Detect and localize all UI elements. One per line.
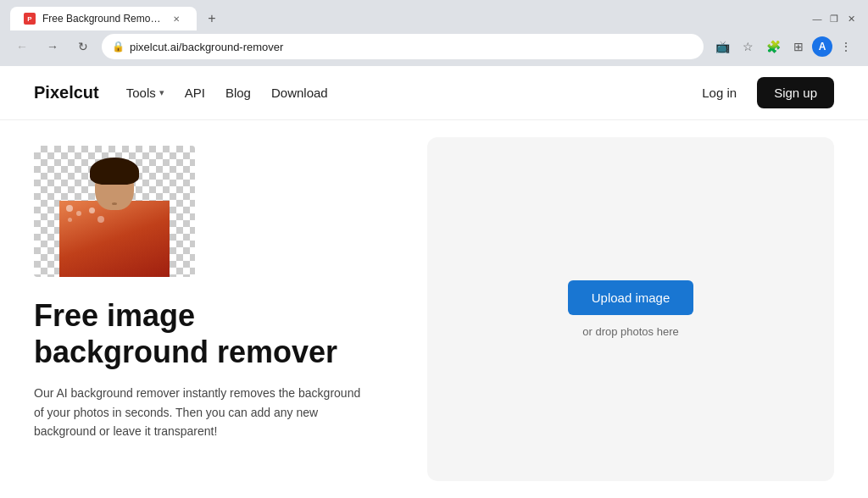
person-body: [59, 201, 170, 277]
upload-area[interactable]: Upload image or drop photos here: [427, 137, 834, 481]
tab-close-button[interactable]: ✕: [170, 12, 183, 25]
person-head: [95, 163, 134, 210]
page-content: Pixelcut Tools ▾ API Blog Download Log i…: [0, 66, 868, 498]
forward-button[interactable]: →: [41, 35, 64, 58]
browser-chrome: P Free Background Remover: Re… ✕ + — ❐ ✕…: [0, 0, 868, 66]
cast-button[interactable]: 📺: [710, 35, 734, 58]
tools-chevron-icon: ▾: [159, 87, 164, 98]
site-header: Pixelcut Tools ▾ API Blog Download Log i…: [0, 66, 868, 120]
toolbar-icons: 📺 ☆ 🧩 ⊞ A ⋮: [710, 35, 858, 58]
main-heading: Free image background remover: [34, 297, 393, 370]
right-column: Upload image or drop photos here: [427, 120, 834, 498]
person-hair: [90, 158, 139, 185]
signup-button[interactable]: Sign up: [757, 77, 834, 108]
upload-image-button[interactable]: Upload image: [568, 280, 694, 315]
nav-tools[interactable]: Tools ▾: [126, 86, 164, 100]
hero-image: [34, 146, 195, 277]
header-actions: Log in Sign up: [692, 77, 834, 108]
tab-title: Free Background Remover: Re…: [42, 13, 163, 25]
site-logo[interactable]: Pixelcut: [34, 83, 99, 102]
maximize-button[interactable]: ❐: [827, 12, 841, 25]
nav-download[interactable]: Download: [271, 86, 328, 100]
address-bar-row: ← → ↻ 🔒 pixelcut.ai/background-remover 📺…: [0, 30, 868, 66]
tab-favicon: P: [24, 13, 36, 25]
login-button[interactable]: Log in: [692, 79, 747, 107]
address-bar[interactable]: 🔒 pixelcut.ai/background-remover: [102, 34, 704, 59]
drop-text: or drop photos here: [582, 325, 678, 338]
close-button[interactable]: ✕: [844, 12, 858, 25]
window-controls: — ❐ ✕: [810, 12, 858, 25]
left-column: Free image background remover Our AI bac…: [34, 120, 393, 498]
tab-bar: P Free Background Remover: Re… ✕ +: [10, 7, 224, 30]
bookmark-button[interactable]: ☆: [736, 35, 760, 58]
url-text: pixelcut.ai/background-remover: [130, 41, 693, 53]
history-button[interactable]: ⊞: [787, 35, 810, 58]
nav-blog[interactable]: Blog: [225, 86, 251, 100]
hero-subtext: Our AI background remover instantly remo…: [34, 384, 373, 440]
active-tab[interactable]: P Free Background Remover: Re… ✕: [10, 7, 197, 30]
main-nav: Tools ▾ API Blog Download: [126, 86, 693, 100]
new-tab-button[interactable]: +: [200, 7, 224, 30]
main-content: Free image background remover Our AI bac…: [0, 120, 868, 498]
menu-button[interactable]: ⋮: [834, 35, 858, 58]
security-icon: 🔒: [112, 41, 125, 53]
person-image: [59, 154, 170, 277]
nav-api[interactable]: API: [185, 86, 205, 100]
minimize-button[interactable]: —: [810, 12, 824, 25]
reload-button[interactable]: ↻: [71, 35, 95, 58]
title-bar: P Free Background Remover: Re… ✕ + — ❐ ✕: [0, 0, 868, 30]
profile-icon[interactable]: A: [812, 36, 832, 57]
back-button[interactable]: ←: [10, 35, 34, 58]
person-mouth: [112, 202, 117, 205]
extensions-button[interactable]: 🧩: [761, 35, 785, 58]
